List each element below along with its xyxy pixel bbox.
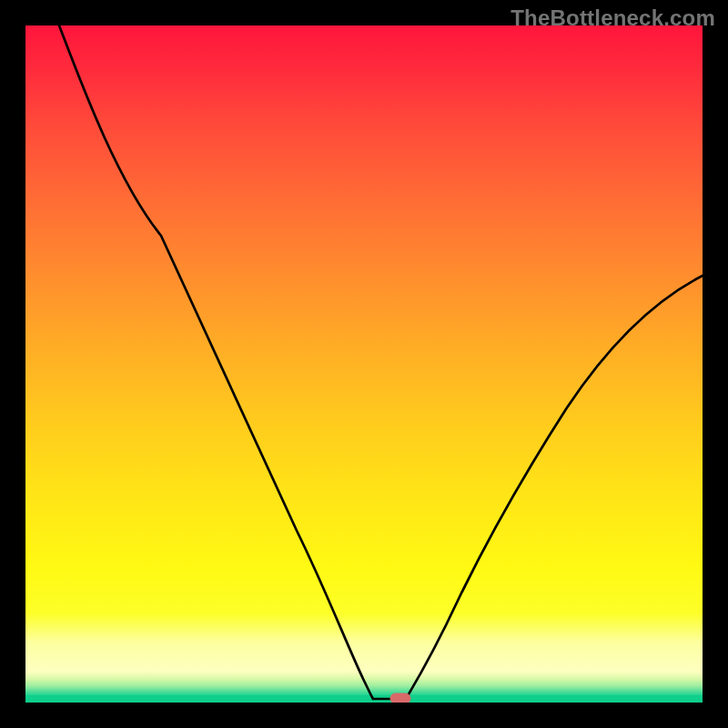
bottleneck-curve-left (59, 25, 373, 699)
curve-svg (25, 25, 703, 703)
chart-frame: TheBottleneck.com (0, 0, 728, 728)
optimum-marker (390, 693, 410, 703)
watermark-text: TheBottleneck.com (511, 5, 715, 31)
plot-area (25, 25, 703, 703)
bottleneck-curve-right (406, 276, 703, 699)
